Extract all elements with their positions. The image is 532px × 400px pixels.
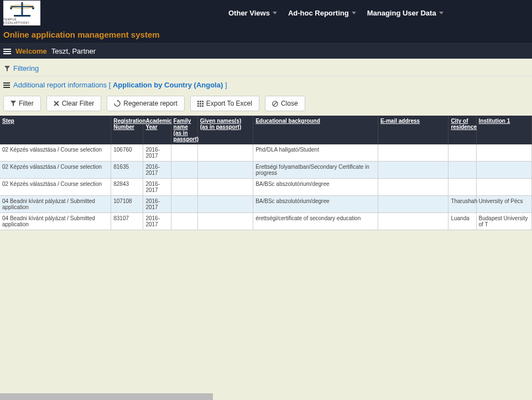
cell-step: 02 Képzés választása / Course selection [0, 144, 111, 162]
filtering-label: Filtering [13, 64, 39, 72]
toolbar: Filter Clear Filter Regenerate report Ex… [0, 93, 532, 116]
button-label: Filter [19, 100, 34, 107]
table-row[interactable]: 04 Beadni kívánt pályázat / Submitted ap… [0, 213, 532, 230]
cell-year: 2016-2017 [143, 196, 171, 213]
cell-email [378, 144, 448, 162]
page-title: Online application management system [0, 26, 532, 43]
bracket-close: ] [223, 81, 227, 89]
svg-rect-12 [197, 105, 199, 107]
table-row[interactable]: 04 Beadni kívánt pályázat / Submitted ap… [0, 196, 532, 213]
svg-rect-8 [202, 101, 204, 102]
col-edu[interactable]: Educational background [253, 116, 378, 144]
svg-rect-10 [200, 103, 201, 105]
cell-family [171, 213, 197, 230]
cell-reg: 83107 [111, 213, 143, 230]
cell-city [448, 162, 476, 179]
brand-text: TEMPUS KÖZALAPÍTVÁNY [3, 18, 40, 24]
nav-items: Other Views Ad-hoc Reporting Managing Us… [228, 0, 444, 26]
list-icon[interactable] [3, 82, 10, 88]
regenerate-button[interactable]: Regenerate report [107, 96, 184, 111]
cell-edu: BA/BSc abszolutórium/degree [253, 179, 378, 196]
nav-adhoc-reporting[interactable]: Ad-hoc Reporting [288, 9, 356, 17]
cell-family [171, 144, 197, 162]
nav-label: Managing User Data [367, 9, 436, 17]
table-row[interactable]: 02 Képzés választása / Course selection8… [0, 162, 532, 179]
report-info-row: Additional report informations [ Applica… [0, 76, 532, 93]
brand-logo: TEMPUS KÖZALAPÍTVÁNY [3, 1, 40, 25]
nav-label: Other Views [228, 9, 270, 17]
table-header-row: Step Registration Number Academic Year F… [0, 116, 532, 144]
cell-given [197, 179, 253, 196]
cell-edu: érettségi/certificate of secondary educa… [253, 213, 378, 230]
welcome-user: Teszt, Partner [51, 47, 96, 55]
cell-inst [476, 144, 531, 162]
col-step[interactable]: Step [0, 116, 111, 144]
cell-given [197, 213, 253, 230]
svg-point-3 [10, 7, 12, 9]
cell-step: 02 Képzés választása / Course selection [0, 179, 111, 196]
button-label: Clear Filter [62, 100, 95, 107]
table-row[interactable]: 02 Képzés választása / Course selection1… [0, 144, 532, 162]
cell-city [448, 144, 476, 162]
welcome-label: Welcome [15, 47, 47, 55]
report-table-wrap: Step Registration Number Academic Year F… [0, 116, 532, 230]
filter-button[interactable]: Filter [3, 96, 41, 111]
svg-rect-11 [202, 103, 204, 105]
nav-managing-user-data[interactable]: Managing User Data [367, 9, 444, 17]
cell-edu: BA/BSc abszolutórium/degree [253, 196, 378, 213]
cell-reg: 107108 [111, 196, 143, 213]
svg-point-4 [32, 7, 34, 9]
report-name-link[interactable]: Application by Country (Angola) [113, 81, 223, 89]
svg-rect-7 [200, 101, 201, 102]
cell-email [378, 196, 448, 213]
nav-other-views[interactable]: Other Views [228, 9, 277, 17]
cell-year: 2016-2017 [143, 144, 171, 162]
cell-inst [476, 179, 531, 196]
col-family[interactable]: Family name (as in passport) [171, 116, 197, 144]
cell-city: Tharushah [448, 196, 476, 213]
chevron-down-icon [273, 12, 277, 14]
col-year[interactable]: Academic Year [143, 116, 171, 144]
table-row[interactable]: 02 Képzés választása / Course selection8… [0, 179, 532, 196]
cell-step: 04 Beadni kívánt pályázat / Submitted ap… [0, 213, 111, 230]
cell-email [378, 179, 448, 196]
cell-city [448, 179, 476, 196]
cell-inst: Budapest University of T [476, 213, 531, 230]
svg-rect-13 [200, 105, 201, 107]
export-button[interactable]: Export To Excel [190, 96, 259, 111]
menu-icon[interactable] [3, 49, 11, 54]
svg-rect-9 [197, 103, 199, 105]
col-given[interactable]: Given names(s) (as in passport) [197, 116, 253, 144]
close-button[interactable]: Close [265, 96, 305, 111]
cell-city: Luanda [448, 213, 476, 230]
button-label: Close [281, 100, 298, 107]
refresh-icon [114, 100, 121, 107]
col-reg[interactable]: Registration Number [111, 116, 143, 144]
cell-reg: 106760 [111, 144, 143, 162]
cell-family [171, 196, 197, 213]
svg-rect-6 [197, 101, 199, 102]
cell-email [378, 213, 448, 230]
report-info-link[interactable]: Additional report informations [13, 81, 107, 89]
logo-icon [8, 2, 36, 18]
funnel-icon [4, 66, 10, 71]
cell-given [197, 162, 253, 179]
col-email[interactable]: E-mail address [378, 116, 448, 144]
filtering-row[interactable]: Filtering [0, 59, 532, 76]
chevron-down-icon [439, 12, 444, 14]
col-city[interactable]: City of residence [448, 116, 476, 144]
cell-reg: 82843 [111, 179, 143, 196]
cell-given [197, 196, 253, 213]
button-label: Regenerate report [123, 100, 177, 107]
welcome-bar: Welcome Teszt, Partner [0, 43, 532, 59]
clear-filter-button[interactable]: Clear Filter [46, 96, 102, 111]
cell-inst: University of Pécs [476, 196, 531, 213]
svg-line-16 [273, 102, 277, 105]
col-inst[interactable]: Institution 1 [476, 116, 531, 144]
cell-family [171, 162, 197, 179]
cell-family [171, 179, 197, 196]
nav-label: Ad-hoc Reporting [288, 9, 349, 17]
cell-inst [476, 162, 531, 179]
button-label: Export To Excel [206, 100, 252, 107]
chevron-down-icon [352, 12, 356, 14]
